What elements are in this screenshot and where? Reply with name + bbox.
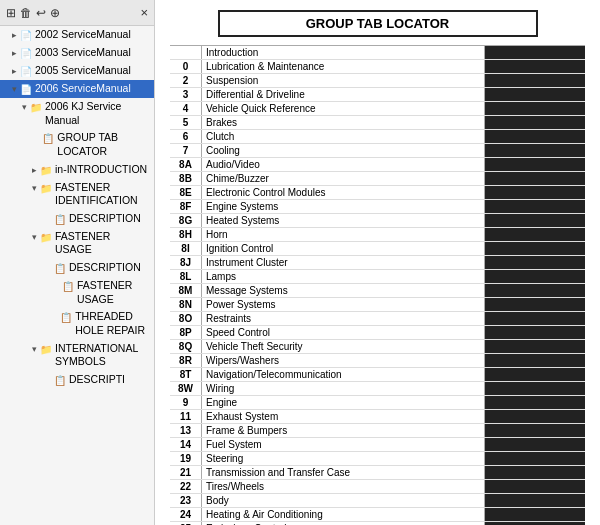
tab-row: 8G Heated Systems	[170, 214, 585, 228]
tab-bar	[485, 340, 585, 353]
tree-item-fastener[interactable]: ▾📁FASTENER IDENTIFICATION	[0, 179, 154, 210]
tab-num: 19	[170, 452, 202, 465]
expand-icon[interactable]: ▸	[12, 30, 17, 42]
tab-label: Engine Systems	[202, 200, 485, 213]
tab-label: Vehicle Theft Security	[202, 340, 485, 353]
tab-row: 8A Audio/Video	[170, 158, 585, 172]
tab-bar	[485, 144, 585, 157]
expand-icon[interactable]: ▾	[32, 183, 37, 195]
tab-bar	[485, 60, 585, 73]
tree-item-intro[interactable]: ▸📁in-INTRODUCTION	[0, 161, 154, 179]
tab-num: 24	[170, 508, 202, 521]
tree-item-threaded[interactable]: 📋THREADED HOLE REPAIR	[0, 308, 154, 339]
item-label: 2006 KJ Service Manual	[45, 100, 150, 127]
item-icon: 📋	[54, 213, 66, 226]
tab-label: Frame & Bumpers	[202, 424, 485, 437]
tab-bar	[485, 396, 585, 409]
tab-bar	[485, 410, 585, 423]
tab-bar	[485, 256, 585, 269]
tab-label: Ignition Control	[202, 242, 485, 255]
tab-row: 8H Horn	[170, 228, 585, 242]
tab-label: Engine	[202, 396, 485, 409]
tab-num: 8H	[170, 228, 202, 241]
tab-bar	[485, 46, 585, 59]
item-icon: 📁	[40, 231, 52, 244]
item-label: DESCRIPTION	[69, 261, 141, 275]
back-icon[interactable]: ↩	[36, 6, 46, 20]
tree-item-2005[interactable]: ▸📄2005 ServiceManual	[0, 62, 154, 80]
tab-num: 9	[170, 396, 202, 409]
tab-row: 8P Speed Control	[170, 326, 585, 340]
tree-item-desc2[interactable]: 📋DESCRIPTION	[0, 259, 154, 277]
tab-label: Exhaust System	[202, 410, 485, 423]
expand-icon[interactable]: ▾	[12, 84, 17, 96]
tab-num: 8A	[170, 158, 202, 171]
tab-num: 5	[170, 116, 202, 129]
tab-num: 21	[170, 466, 202, 479]
tab-num: 8F	[170, 200, 202, 213]
tree-item-fastenerUsage[interactable]: ▾📁FASTENER USAGE	[0, 228, 154, 259]
tab-row: Introduction	[170, 45, 585, 60]
tab-label: Speed Control	[202, 326, 485, 339]
expand-icon[interactable]: ▸	[32, 165, 37, 177]
tree-area: ▸📄2002 ServiceManual▸📄2003 ServiceManual…	[0, 26, 154, 525]
tree-item-2006[interactable]: ▾📄2006 ServiceManual	[0, 80, 154, 98]
item-icon: 📄	[20, 47, 32, 60]
tab-label: Cooling	[202, 144, 485, 157]
tree-item-fastenerUsage2[interactable]: 📋FASTENER USAGE	[0, 277, 154, 308]
tab-row: 8T Navigation/Telecommunication	[170, 368, 585, 382]
expand-icon[interactable]: ▾	[32, 232, 37, 244]
tab-num: 2	[170, 74, 202, 87]
tab-row: 8O Restraints	[170, 312, 585, 326]
item-label: 2005 ServiceManual	[35, 64, 131, 78]
tab-row: 13 Frame & Bumpers	[170, 424, 585, 438]
tab-row: 3 Differential & Driveline	[170, 88, 585, 102]
item-icon: 📄	[20, 65, 32, 78]
item-label: 2002 ServiceManual	[35, 28, 131, 42]
tab-num	[170, 46, 202, 59]
tab-row: 5 Brakes	[170, 116, 585, 130]
tab-num: 13	[170, 424, 202, 437]
tab-bar	[485, 452, 585, 465]
expand-icon[interactable]: ▾	[22, 102, 27, 114]
tree-item-2006kj[interactable]: ▾📁2006 KJ Service Manual	[0, 98, 154, 129]
tree-item-desc3[interactable]: 📋DESCRIPTI	[0, 371, 154, 389]
tab-label: Body	[202, 494, 485, 507]
tree-item-2003[interactable]: ▸📄2003 ServiceManual	[0, 44, 154, 62]
tab-label: Steering	[202, 452, 485, 465]
tab-bar	[485, 312, 585, 325]
tab-row: 8Q Vehicle Theft Security	[170, 340, 585, 354]
tree-item-groupTab[interactable]: 📋GROUP TAB LOCATOR	[0, 129, 154, 160]
item-label: FASTENER IDENTIFICATION	[55, 181, 150, 208]
tab-num: 14	[170, 438, 202, 451]
tab-label: Tires/Wheels	[202, 480, 485, 493]
item-label: GROUP TAB LOCATOR	[57, 131, 150, 158]
tab-num: 0	[170, 60, 202, 73]
tree-item-2002[interactable]: ▸📄2002 ServiceManual	[0, 26, 154, 44]
expand-icon[interactable]: ▸	[12, 66, 17, 78]
tab-num: 22	[170, 480, 202, 493]
tree-item-desc1[interactable]: 📋DESCRIPTION	[0, 210, 154, 228]
tab-bar	[485, 242, 585, 255]
tab-row: 19 Steering	[170, 452, 585, 466]
tab-bar	[485, 88, 585, 101]
tab-num: 8P	[170, 326, 202, 339]
group-tab-title: GROUP TAB LOCATOR	[218, 10, 538, 37]
grid-icon[interactable]: ⊞	[6, 6, 16, 20]
tab-row: 2 Suspension	[170, 74, 585, 88]
tree-item-international[interactable]: ▾📁INTERNATIONAL SYMBOLS	[0, 340, 154, 371]
expand-icon[interactable]: ▾	[32, 344, 37, 356]
expand-icon[interactable]: ▸	[12, 48, 17, 60]
item-label: 2003 ServiceManual	[35, 46, 131, 60]
delete-icon[interactable]: 🗑	[20, 6, 32, 20]
tab-label: Instrument Cluster	[202, 256, 485, 269]
add-icon[interactable]: ⊕	[50, 6, 60, 20]
item-icon: 📋	[60, 311, 72, 324]
close-button[interactable]: ×	[140, 5, 148, 20]
tab-label: Transmission and Transfer Case	[202, 466, 485, 479]
tab-bar	[485, 270, 585, 283]
tab-num: 11	[170, 410, 202, 423]
tab-bar	[485, 466, 585, 479]
left-panel: ⊞ 🗑 ↩ ⊕ × ▸📄2002 ServiceManual▸📄2003 Ser…	[0, 0, 155, 525]
item-label: FASTENER USAGE	[77, 279, 150, 306]
